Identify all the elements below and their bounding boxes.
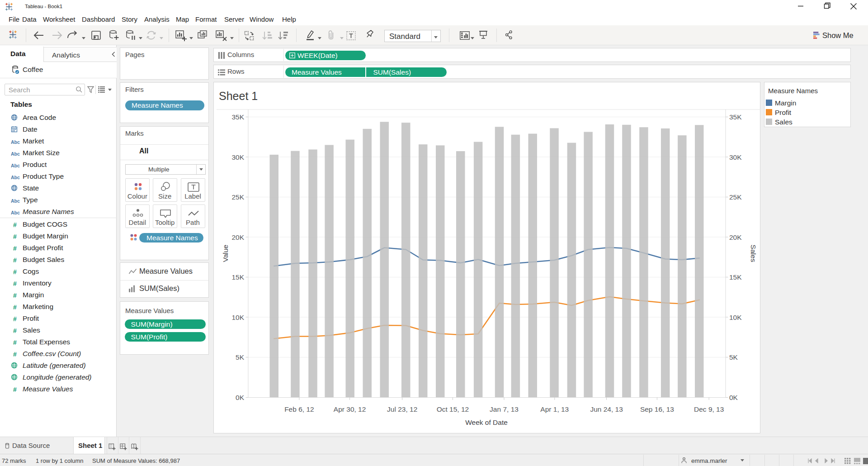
svg-text:0K: 0K	[236, 394, 245, 401]
svg-text:10K: 10K	[231, 314, 244, 321]
svg-text:Sep 16, 13: Sep 16, 13	[640, 405, 674, 413]
svg-text:Apr 30, 12: Apr 30, 12	[334, 405, 366, 413]
svg-text:15K: 15K	[729, 273, 742, 281]
svg-text:Week of Date: Week of Date	[465, 418, 508, 426]
svg-text:35K: 35K	[729, 113, 742, 121]
svg-text:Value: Value	[222, 245, 229, 262]
svg-text:Jul 23, 12: Jul 23, 12	[387, 405, 417, 413]
svg-text:0K: 0K	[729, 394, 738, 401]
svg-text:5K: 5K	[729, 353, 738, 361]
svg-text:Sales: Sales	[750, 245, 757, 262]
svg-text:30K: 30K	[729, 153, 742, 161]
svg-text:10K: 10K	[729, 314, 742, 321]
svg-text:15K: 15K	[231, 273, 244, 281]
svg-text:25K: 25K	[729, 193, 742, 201]
svg-text:30K: 30K	[231, 153, 244, 161]
svg-text:Apr 1, 13: Apr 1, 13	[540, 405, 569, 413]
svg-text:Jun 24, 13: Jun 24, 13	[590, 405, 623, 413]
svg-text:35K: 35K	[231, 113, 244, 121]
svg-text:Dec 9, 13: Dec 9, 13	[694, 405, 724, 413]
svg-text:Jan 7, 13: Jan 7, 13	[490, 405, 519, 413]
svg-text:Oct 15, 12: Oct 15, 12	[437, 405, 469, 413]
svg-text:5K: 5K	[236, 353, 245, 361]
svg-text:20K: 20K	[231, 233, 244, 241]
svg-text:20K: 20K	[729, 233, 742, 241]
svg-text:Feb 6, 12: Feb 6, 12	[284, 405, 314, 413]
svg-text:25K: 25K	[231, 193, 244, 201]
